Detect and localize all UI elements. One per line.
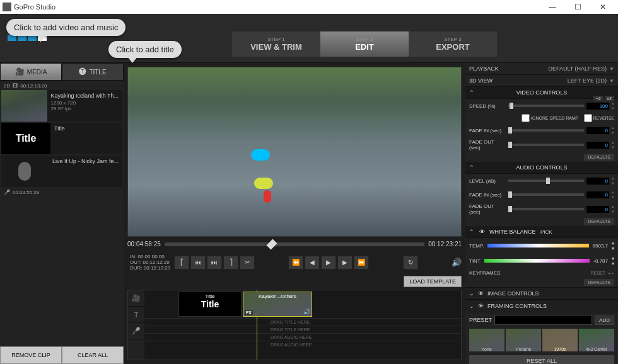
minimize-button[interactable]: — bbox=[540, 0, 565, 14]
split-button[interactable]: ✂ bbox=[240, 256, 255, 270]
add-preset-button[interactable]: ADD bbox=[595, 316, 614, 325]
scrubber[interactable] bbox=[165, 242, 424, 246]
app-icon bbox=[3, 3, 11, 11]
video-preview[interactable] bbox=[127, 67, 462, 237]
step-export[interactable]: STEP 3 EXPORT bbox=[409, 31, 497, 57]
controls-panel: PLAYBACK DEFAULT (HALF-RES) ▼ 3D VIEW LE… bbox=[465, 63, 618, 364]
3d-view-row[interactable]: 3D VIEW LEFT EYE (2D) ▼ bbox=[465, 75, 618, 87]
temp-slider[interactable] bbox=[487, 244, 588, 247]
speed-value[interactable]: 100 bbox=[586, 103, 609, 110]
microphone-icon bbox=[18, 162, 31, 181]
preset-4x3[interactable]: 4x3 Center bbox=[579, 329, 614, 351]
collapse-icon: ⌃ bbox=[469, 89, 474, 96]
kayak-blue bbox=[251, 149, 270, 161]
film-icon: 🎞 bbox=[13, 83, 18, 89]
collapse-icon: ⌃ bbox=[469, 164, 474, 171]
timeline-video-clip[interactable]: Kayakin...rothers FX 🔊 bbox=[243, 292, 312, 317]
wb-defaults-button[interactable]: DEFAULTS bbox=[584, 279, 614, 286]
audio-fadein-slider[interactable] bbox=[508, 193, 584, 196]
eye-icon[interactable]: 👁 bbox=[478, 303, 484, 309]
mark-out-button[interactable]: ⎤ bbox=[223, 256, 238, 270]
timeline-title-clip[interactable]: Title Title bbox=[178, 292, 242, 317]
color-picker-button[interactable]: PICK bbox=[540, 229, 552, 235]
video-fadein-slider[interactable] bbox=[508, 129, 584, 132]
wb-reset-button[interactable]: RESET bbox=[591, 271, 605, 275]
audio-defaults-button[interactable]: DEFAULTS bbox=[584, 218, 614, 225]
chevron-down-icon: ▼ bbox=[609, 66, 614, 72]
video-fadeout-slider[interactable] bbox=[508, 144, 584, 146]
drop-audio-1[interactable]: DRAG AUDIO HERE bbox=[144, 333, 461, 341]
drop-title-2[interactable]: DRAG TITLE HERE bbox=[144, 326, 461, 333]
reset-all-button[interactable]: RESET ALL bbox=[469, 355, 614, 364]
level-slider[interactable] bbox=[508, 179, 584, 182]
loop-button[interactable]: ↻ bbox=[403, 256, 418, 270]
remove-clip-button[interactable]: REMOVE CLIP bbox=[0, 346, 62, 364]
title-tab[interactable]: 🅣TITLE bbox=[62, 63, 124, 81]
playback-row[interactable]: PLAYBACK DEFAULT (HALF-RES) ▼ bbox=[465, 63, 618, 75]
media-item-video[interactable]: Kayaking Iceland with Th... 1280 x 720 2… bbox=[1, 90, 122, 122]
preset-none[interactable]: none bbox=[469, 329, 504, 351]
video-controls-header[interactable]: ⌃ VIDEO CONTROLS ÷2 x2 bbox=[465, 87, 618, 99]
framing-controls-header[interactable]: ⌄ 👁 FRAMING CONTROLS bbox=[465, 300, 618, 312]
time-left: 00:04:58:25 bbox=[127, 241, 161, 247]
media-item-title[interactable]: Title Title bbox=[1, 123, 122, 154]
title-thumbnail: Title bbox=[1, 123, 50, 154]
clip-speaker-icon: 🔊 bbox=[303, 309, 310, 315]
rewind-button[interactable]: ⏪ bbox=[288, 256, 303, 270]
eye-icon[interactable]: 👁 bbox=[478, 290, 484, 297]
audio-fadeout-slider[interactable] bbox=[508, 208, 584, 210]
media-tab[interactable]: 🎥MEDIA bbox=[0, 63, 62, 81]
next-frame-button[interactable]: ▶ bbox=[337, 256, 353, 270]
video-track-icon: 🎥 bbox=[128, 290, 144, 307]
tooltip-add-title: Click to add title bbox=[108, 41, 182, 58]
speed-slider[interactable] bbox=[508, 105, 584, 107]
speed-half-button[interactable]: ÷2 bbox=[593, 96, 603, 101]
timeline: 🎥 T 🎤 Title Title Kayakin...rothers FX 🔊 bbox=[127, 290, 462, 360]
maximize-button[interactable]: ☐ bbox=[565, 0, 590, 14]
step-tabs: STEP 1 VIEW & TRIM STEP 2 EDIT STEP 3 EX… bbox=[232, 31, 497, 62]
audio-track-icon: 🎤 bbox=[128, 323, 144, 339]
step-view-trim[interactable]: STEP 1 VIEW & TRIM bbox=[232, 31, 320, 57]
video-thumbnail bbox=[1, 90, 47, 122]
load-template-button[interactable]: LOAD TEMPLATE bbox=[404, 276, 462, 287]
tooltip-add-media: Click to add video and music bbox=[6, 19, 125, 36]
clip-readout: 2D 🎞 00:12:13:20 bbox=[1, 82, 122, 90]
playhead[interactable] bbox=[266, 239, 277, 249]
media-item-audio[interactable]: Live It Up - Nicky Jam fe... bbox=[1, 156, 122, 187]
drop-audio-2[interactable]: DRAG AUDIO HERE bbox=[144, 341, 461, 348]
preset-1970s[interactable]: 1970s bbox=[542, 329, 578, 351]
goto-out-button[interactable]: ⏭ bbox=[207, 256, 222, 270]
step-edit[interactable]: STEP 2 EDIT bbox=[320, 31, 409, 57]
title-icon: 🅣 bbox=[79, 67, 86, 76]
collapse-icon: ⌃ bbox=[469, 229, 474, 235]
window-titlebar: GoPro Studio — ☐ ✕ bbox=[0, 0, 618, 14]
kayak-yellow bbox=[254, 178, 273, 189]
reverse-checkbox[interactable]: REVERSE bbox=[584, 114, 614, 122]
drop-title-1[interactable]: DRAG TITLE HERE bbox=[144, 318, 461, 326]
time-info: IN: 00:00:00:00 OUT: 00:12:12:29 DUR: 00… bbox=[127, 254, 173, 271]
time-right: 00:12:23:21 bbox=[428, 241, 462, 247]
tint-slider[interactable] bbox=[484, 259, 590, 263]
forward-button[interactable]: ⏩ bbox=[354, 256, 369, 270]
ignore-ramp-checkbox[interactable]: IGNORE SPEED RAMP bbox=[522, 114, 578, 122]
video-defaults-button[interactable]: DEFAULTS bbox=[584, 154, 614, 161]
audio-controls-header[interactable]: ⌃ AUDIO CONTROLS bbox=[465, 162, 618, 174]
speed-double-button[interactable]: x2 bbox=[605, 96, 614, 101]
app-title: GoPro Studio bbox=[14, 3, 55, 11]
prev-frame-button[interactable]: ◀ bbox=[305, 256, 320, 270]
image-controls-header[interactable]: ⌄ 👁 IMAGE CONTROLS bbox=[465, 287, 618, 300]
white-balance-header[interactable]: ⌃ 👁 WHITE BALANCE PICK bbox=[465, 226, 618, 238]
fx-badge: FX bbox=[245, 310, 253, 315]
kayak-red bbox=[264, 190, 271, 203]
audio-thumbnail bbox=[1, 156, 49, 187]
clear-all-button[interactable]: CLEAR ALL bbox=[62, 346, 124, 364]
goto-in-button[interactable]: ⏮ bbox=[190, 256, 206, 270]
stepper-icon[interactable]: ▴▾ bbox=[612, 101, 614, 111]
volume-icon[interactable]: 🔊 bbox=[452, 258, 462, 267]
mark-in-button[interactable]: ⎡ bbox=[174, 256, 189, 270]
preset-protune[interactable]: Protune bbox=[506, 329, 541, 351]
preset-input[interactable] bbox=[494, 315, 592, 325]
play-button[interactable]: ▶ bbox=[321, 256, 336, 270]
eye-icon[interactable]: 👁 bbox=[479, 229, 485, 235]
close-button[interactable]: ✕ bbox=[590, 0, 615, 14]
